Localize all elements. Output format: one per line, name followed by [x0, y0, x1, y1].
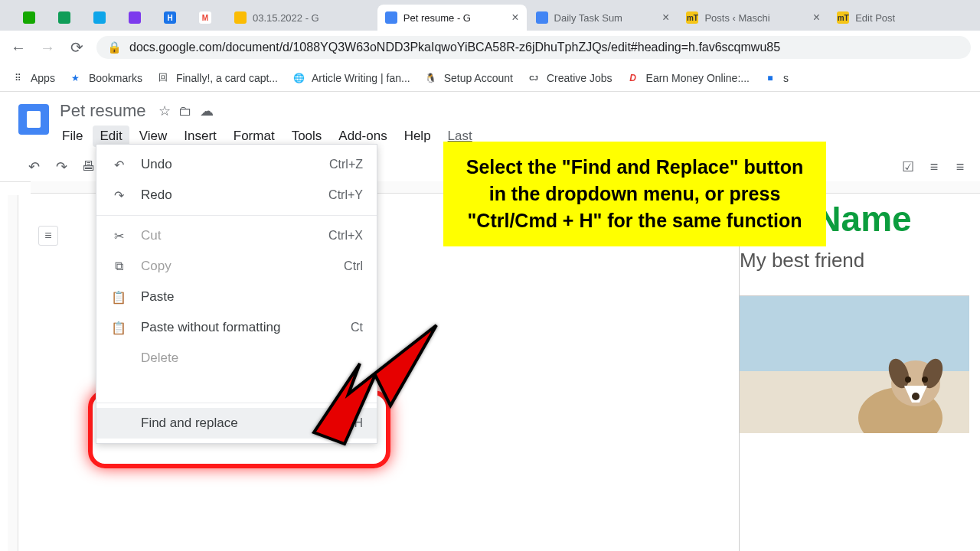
bookmark-article[interactable]: 🌐Article Writing | fan... — [292, 71, 410, 85]
document-canvas[interactable]: Pet Name My best friend — [739, 195, 980, 551]
bookmark-apps[interactable]: ⠿Apps — [11, 71, 55, 85]
tab-edit-post[interactable]: mTEdit Post — [829, 5, 978, 31]
outline-toggle-button[interactable]: ≡ — [38, 226, 58, 246]
menu-undo[interactable]: ↶ Undo Ctrl+Z — [96, 149, 377, 180]
favicon-icon: ■ — [763, 71, 777, 85]
tab-app[interactable] — [121, 5, 155, 31]
tab-edge[interactable] — [86, 5, 119, 31]
docs-header: Pet resume ☆ 🗀 ☁ File Edit View Insert F… — [0, 92, 980, 147]
bookmark-earn[interactable]: DEarn Money Online:... — [626, 71, 750, 85]
star-icon: ★ — [69, 71, 83, 85]
address-bar[interactable]: 🔒 docs.google.com/document/d/1088YQ3W63o… — [96, 36, 971, 59]
undo-icon: ↶ — [110, 158, 127, 172]
back-button[interactable]: ← — [9, 38, 28, 57]
favicon-icon: 回 — [156, 71, 170, 85]
cloud-icon[interactable]: ☁ — [200, 103, 214, 119]
menu-copy[interactable]: ⧉ Copy Ctrl — [96, 251, 377, 282]
tutorial-arrow-icon — [302, 321, 440, 452]
bookmark-s[interactable]: ■s — [763, 71, 789, 85]
bookmark-finally[interactable]: 回Finally!, a card capt... — [156, 71, 278, 85]
svg-point-4 — [912, 393, 920, 400]
star-icon[interactable]: ☆ — [158, 103, 171, 119]
numbered-list-button[interactable]: ≡ — [949, 156, 971, 178]
vertical-ruler — [8, 195, 18, 551]
bookmark-bookmarks[interactable]: ★Bookmarks — [69, 71, 142, 85]
tab-h[interactable]: H — [156, 5, 190, 31]
menu-redo[interactable]: ↷ Redo Ctrl+Y — [96, 180, 377, 210]
close-icon[interactable]: × — [813, 11, 820, 24]
tab-posts[interactable]: mTPosts ‹ Maschi× — [678, 5, 828, 31]
favicon-icon: CJ — [527, 71, 541, 85]
tab-drive[interactable]: 03.15.2022 - G — [227, 5, 376, 31]
paste-plain-icon: 📋 — [110, 321, 127, 335]
menu-help[interactable]: Help — [397, 126, 438, 147]
checklist-button[interactable]: ☑ — [897, 156, 919, 178]
redo-button[interactable]: ↷ — [51, 156, 72, 178]
undo-button[interactable]: ↶ — [23, 156, 44, 178]
document-image — [740, 295, 969, 433]
url-bar: ← → ⟳ 🔒 docs.google.com/document/d/1088Y… — [0, 31, 980, 64]
apps-icon: ⠿ — [11, 71, 24, 85]
bookmark-setup[interactable]: 🐧Setup Account — [424, 71, 513, 85]
tab-pet-resume[interactable]: Pet resume - G× — [377, 5, 527, 31]
tab-upwork[interactable] — [15, 5, 49, 31]
move-icon[interactable]: 🗀 — [178, 103, 192, 119]
close-icon[interactable]: × — [511, 11, 518, 24]
svg-point-5 — [905, 377, 911, 383]
dog-illustration — [816, 341, 954, 433]
tab-sheets[interactable] — [51, 5, 84, 31]
menu-file[interactable]: File — [55, 126, 90, 147]
menu-cut[interactable]: ✂ Cut Ctrl+X — [96, 220, 377, 251]
bookmarks-bar: ⠿Apps ★Bookmarks 回Finally!, a card capt.… — [0, 64, 980, 92]
favicon-icon: 🐧 — [424, 71, 438, 85]
browser-tabs-bar: H M 03.15.2022 - G Pet resume - G× Daily… — [0, 0, 980, 31]
document-title[interactable]: Pet resume — [55, 99, 151, 122]
lock-icon: 🔒 — [107, 41, 122, 54]
globe-icon: 🌐 — [292, 71, 305, 85]
bookmark-creative[interactable]: CJCreative Jobs — [527, 71, 612, 85]
forward-button[interactable]: → — [38, 38, 57, 57]
redo-icon: ↷ — [110, 188, 127, 203]
cut-icon: ✂ — [110, 229, 127, 243]
menu-paste[interactable]: 📋 Paste — [96, 282, 377, 312]
reload-button[interactable]: ⟳ — [67, 38, 86, 57]
bullet-list-button[interactable]: ≡ — [923, 156, 945, 178]
url-text: docs.google.com/document/d/1088YQ3W63oND… — [129, 41, 780, 54]
subheading: My best friend — [740, 249, 980, 272]
svg-point-6 — [922, 377, 928, 383]
close-icon[interactable]: × — [662, 11, 669, 24]
docs-logo-icon[interactable] — [18, 104, 49, 135]
menu-divider — [96, 215, 377, 216]
tab-gmail[interactable]: M — [191, 5, 225, 31]
copy-icon: ⧉ — [110, 259, 127, 273]
tab-daily-task[interactable]: Daily Task Sum× — [528, 5, 678, 31]
favicon-icon: D — [626, 71, 640, 85]
paste-icon: 📋 — [110, 290, 127, 305]
tutorial-callout: Select the "Find and Replace" button in … — [443, 142, 826, 246]
svg-marker-7 — [314, 325, 436, 444]
